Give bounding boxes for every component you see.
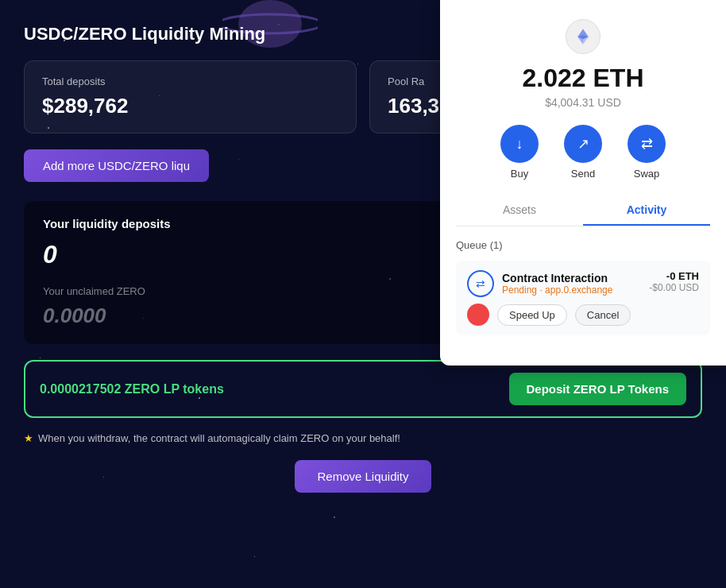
tx-left: ⇄ Contract Interaction Pending · app.0.e…	[467, 270, 612, 297]
tx-status: Pending · app.0.exchange	[502, 284, 612, 296]
eth-amount: 2.022 ETH	[456, 64, 710, 93]
lp-amount: 0.0000217502 ZERO LP tokens	[40, 382, 224, 397]
cancel-tx-button[interactable]: Cancel	[575, 304, 631, 326]
tx-usd-amount: -$0.00 USD	[649, 282, 699, 293]
speed-up-button[interactable]: Speed Up	[497, 304, 567, 326]
tx-amounts: -0 ETH -$0.00 USD	[649, 270, 699, 293]
eth-icon-wrapper	[456, 19, 710, 54]
deposit-lp-button[interactable]: Deposit ZERO LP Tokens	[509, 373, 686, 405]
tx-source: app.0.exchange	[545, 284, 612, 296]
tx-red-status-dot	[467, 304, 489, 326]
tx-info: Contract Interaction Pending · app.0.exc…	[502, 272, 612, 296]
total-deposits-value: $289,762	[42, 94, 338, 118]
tx-top-row: ⇄ Contract Interaction Pending · app.0.e…	[467, 270, 699, 297]
buy-action[interactable]: ↓ Buy	[500, 125, 539, 180]
notice-star-icon: ★	[24, 432, 33, 444]
buy-icon: ↓	[500, 125, 539, 163]
tx-actions: Speed Up Cancel	[467, 304, 699, 326]
wallet-actions: ↓ Buy ↗ Send ⇄ Swap	[456, 125, 710, 180]
send-icon: ↗	[564, 125, 602, 163]
tx-pending-label: Pending	[502, 284, 537, 296]
send-action[interactable]: ↗ Send	[564, 125, 602, 180]
swap-label: Swap	[634, 168, 660, 180]
add-liquidity-button[interactable]: Add more USDC/ZERO liqu	[24, 149, 209, 182]
tab-assets[interactable]: Assets	[456, 195, 583, 226]
tab-activity[interactable]: Activity	[583, 195, 710, 226]
tx-contract-icon: ⇄	[467, 270, 494, 297]
queue-label: Queue (1)	[456, 239, 710, 251]
send-label: Send	[571, 168, 595, 180]
notice-text: When you withdraw, the contract will aut…	[38, 432, 400, 444]
buy-label: Buy	[511, 168, 528, 180]
swap-action[interactable]: ⇄ Swap	[628, 125, 666, 180]
lp-tokens-row: 0.0000217502 ZERO LP tokens Deposit ZERO…	[24, 360, 702, 418]
tx-eth-amount: -0 ETH	[649, 270, 699, 282]
swap-icon: ⇄	[628, 125, 666, 163]
eth-icon	[566, 19, 600, 54]
total-deposits-label: Total deposits	[42, 75, 338, 87]
remove-liquidity-button[interactable]: Remove Liquidity	[295, 460, 431, 493]
total-deposits-card: Total deposits $289,762	[24, 60, 357, 133]
eth-usd-value: $4,004.31 USD	[456, 96, 710, 109]
wallet-panel: 2.022 ETH $4,004.31 USD ↓ Buy ↗ Send ⇄ S…	[440, 0, 726, 366]
withdraw-notice: ★ When you withdraw, the contract will a…	[24, 432, 702, 444]
wallet-tabs: Assets Activity	[456, 195, 710, 226]
transaction-item: ⇄ Contract Interaction Pending · app.0.e…	[456, 261, 710, 335]
tx-name: Contract Interaction	[502, 272, 612, 284]
